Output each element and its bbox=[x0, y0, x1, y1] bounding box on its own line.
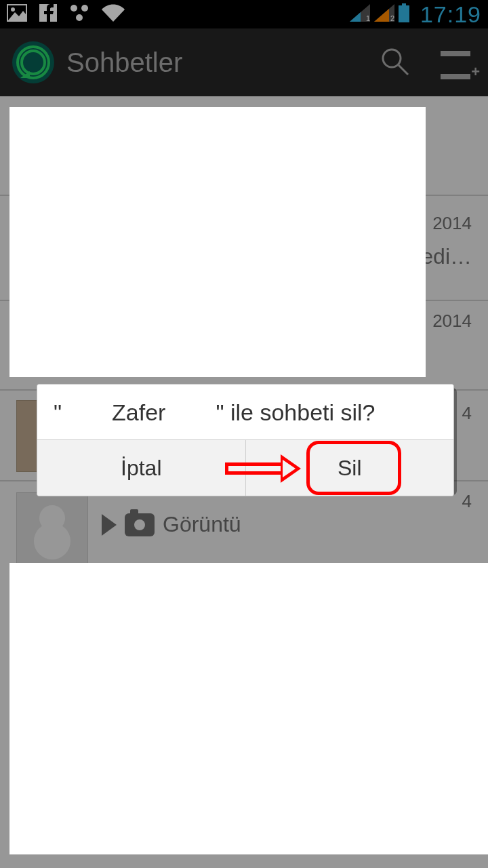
phone-screen: 1 2 17:19 Sohbetler + 201 bbox=[0, 0, 488, 868]
redaction-panel bbox=[9, 563, 488, 854]
dialog-title: "Zafer" ile sohbeti sil? bbox=[37, 384, 453, 440]
delete-button[interactable]: Sil bbox=[246, 440, 454, 496]
redaction-panel bbox=[9, 107, 426, 377]
delete-chat-dialog: "Zafer" ile sohbeti sil? İptal Sil bbox=[37, 384, 454, 496]
cancel-button[interactable]: İptal bbox=[37, 440, 246, 496]
